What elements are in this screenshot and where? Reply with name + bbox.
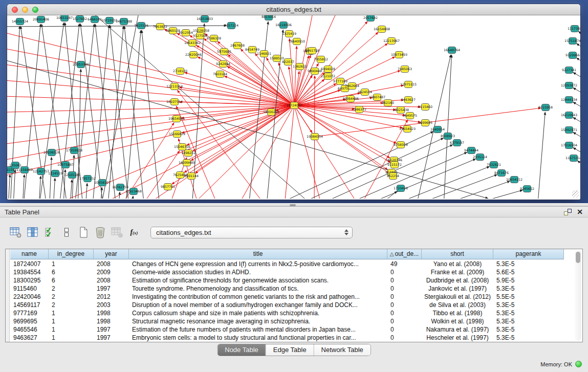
table-cell: 6 bbox=[49, 268, 94, 276]
graph-node-label: 10973493 bbox=[391, 53, 407, 56]
graph-node-label: 15046756 bbox=[174, 145, 190, 148]
scrollbar-thumb[interactable] bbox=[576, 252, 580, 263]
graph-node-label: 19384554 bbox=[307, 135, 323, 138]
graph-node-label: 9115460 bbox=[418, 105, 432, 108]
delete-table-button[interactable] bbox=[94, 226, 107, 239]
column-header-title[interactable]: title bbox=[129, 249, 387, 259]
checkboxes-icon bbox=[45, 227, 55, 238]
function-builder-button[interactable]: f(x) bbox=[127, 226, 141, 239]
table-cell: 2 bbox=[49, 301, 94, 309]
table-cell: Yano et al. (2008) bbox=[422, 260, 493, 268]
graph-node-label: 8215958 bbox=[538, 105, 553, 109]
table-cell: Corpus callosum shape and size in male p… bbox=[129, 309, 387, 317]
graph-node-label: 16154808 bbox=[374, 27, 390, 31]
graph-node-label: 17957252 bbox=[79, 177, 96, 180]
close-window-button[interactable] bbox=[12, 7, 18, 13]
table-cell: 2008 bbox=[94, 276, 129, 285]
table-row[interactable]: 1938455462009Genome-wide association stu… bbox=[10, 268, 564, 276]
graph-node-label: 16053803 bbox=[197, 17, 213, 20]
select-all-columns-button[interactable] bbox=[43, 226, 56, 239]
table-cell: 1997 bbox=[94, 334, 129, 342]
column-header-short[interactable]: short bbox=[422, 249, 493, 259]
table-panel-header: Table Panel ✕ bbox=[0, 207, 588, 217]
column-header-name[interactable]: name bbox=[10, 249, 49, 259]
table-cell: 1 bbox=[49, 325, 94, 334]
window-titlebar[interactable]: citations_edges.txt bbox=[7, 4, 580, 15]
table-cell: Estimation of the future numbers of pati… bbox=[129, 325, 387, 334]
table-cell: Estimation of significance thresholds fo… bbox=[129, 276, 387, 285]
column-header-out_de[interactable]: △out_de... bbox=[387, 249, 422, 259]
table-selector-dropdown[interactable]: citations_edges.txt bbox=[150, 227, 353, 238]
float-panel-icon[interactable] bbox=[564, 209, 572, 215]
dropdown-arrows-icon bbox=[344, 229, 349, 235]
table-cell: 19384554 bbox=[10, 268, 49, 276]
citation-edge-red bbox=[7, 79, 294, 105]
table-row[interactable]: 1456911722003Disruption of a novel membe… bbox=[10, 301, 564, 309]
graph-node-label: 9115172 bbox=[387, 163, 402, 166]
graph-node-label: 135061 bbox=[9, 163, 21, 167]
graph-node-label: 1325419 bbox=[282, 32, 296, 35]
graph-node-label: 20364486 bbox=[342, 97, 359, 100]
table-settings-button[interactable] bbox=[9, 226, 23, 239]
table-cell: 2008 bbox=[94, 260, 129, 268]
table-cell: Tibbo et al. (1998) bbox=[422, 309, 493, 317]
graph-node-label: 10958107 bbox=[94, 181, 111, 184]
row-height-button[interactable] bbox=[60, 226, 73, 239]
column-header-in_degree[interactable]: in_degree bbox=[49, 249, 94, 259]
graph-node-label: 1498222 bbox=[181, 151, 195, 155]
table-cell: 1 bbox=[49, 317, 94, 325]
zoom-window-button[interactable] bbox=[32, 7, 38, 13]
citation-edge-black bbox=[537, 112, 545, 199]
table-panel-body: f(x) citations_edges.txt namein_degreeye… bbox=[0, 217, 588, 372]
column-header-pagerank[interactable]: pagerank bbox=[493, 249, 564, 259]
table-row[interactable]: 977716911998Corpus callosum shape and si… bbox=[10, 309, 564, 317]
split-pane-handle[interactable] bbox=[290, 204, 296, 206]
table-row[interactable]: 946362711997Embryonic stem cells: a mode… bbox=[10, 334, 564, 342]
table-row[interactable]: 1872400712008Changes of HCN gene express… bbox=[10, 260, 564, 268]
graph-node-label: 18724007 bbox=[286, 103, 302, 107]
tab-edge-table[interactable]: Edge Table bbox=[266, 344, 314, 356]
table-row[interactable]: 911546021997Tourette syndrome. Phenomeno… bbox=[10, 285, 564, 293]
graph-node-label: 1146821 bbox=[257, 52, 271, 55]
graph-node-label: 7357224 bbox=[224, 24, 238, 27]
new-file-icon bbox=[78, 226, 89, 238]
table-row[interactable]: 946554611997Estimation of the future num… bbox=[10, 325, 564, 334]
table-cell: 1997 bbox=[94, 285, 129, 293]
table-cell: 22420046 bbox=[10, 293, 49, 301]
table-cell: 0 bbox=[387, 268, 422, 276]
tab-network-table[interactable]: Network Table bbox=[314, 344, 371, 356]
graph-node-label: 10807487 bbox=[369, 95, 385, 99]
table-cell: 2 bbox=[49, 293, 94, 301]
tab-node-table[interactable]: Node Table bbox=[217, 344, 266, 356]
table-vertical-scrollbar[interactable] bbox=[575, 250, 581, 341]
create-table-button[interactable] bbox=[77, 226, 90, 239]
graph-node-label: 12213967 bbox=[383, 39, 400, 42]
citation-edge-black bbox=[70, 180, 72, 199]
minimize-window-button[interactable] bbox=[22, 7, 28, 13]
show-columns-icon bbox=[27, 227, 38, 238]
citation-edge-red bbox=[227, 67, 294, 105]
split-pane-divider[interactable] bbox=[0, 203, 588, 207]
window-resize-grip[interactable] bbox=[572, 190, 579, 198]
table-cell: 5.3E-5 bbox=[493, 334, 564, 342]
graph-node-label: 10654112 bbox=[506, 178, 522, 181]
table-row[interactable]: 1830029562008Estimation of significance … bbox=[10, 276, 564, 285]
table-cell: 0 bbox=[387, 301, 422, 309]
network-canvas[interactable]: 1872400718300295193845547663822986012889… bbox=[7, 15, 580, 199]
graph-node-label: 20206526 bbox=[43, 150, 60, 154]
table-selector-value: citations_edges.txt bbox=[151, 229, 211, 236]
table-cell: 5.3E-5 bbox=[493, 317, 564, 325]
graph-node-label: 7603144 bbox=[213, 72, 227, 76]
graph-node-label: 15992971 bbox=[561, 128, 577, 132]
citation-edge-red bbox=[294, 105, 390, 162]
column-header-year[interactable]: year bbox=[94, 249, 129, 259]
graph-node-label: 16210643 bbox=[561, 113, 577, 117]
table-row[interactable]: 2242004622012Investigating the contribut… bbox=[10, 293, 564, 301]
table-cell: 49 bbox=[387, 260, 422, 268]
close-panel-icon[interactable]: ✕ bbox=[577, 208, 583, 215]
graph-node-label: 19654985 bbox=[168, 117, 185, 120]
graph-node-label: 12975115 bbox=[400, 82, 417, 86]
show-columns-button[interactable] bbox=[26, 226, 39, 239]
table-row[interactable]: 969969511998Structural magnetic resonanc… bbox=[10, 317, 564, 325]
network-graph: 1872400718300295193845547663822986012889… bbox=[7, 15, 580, 199]
